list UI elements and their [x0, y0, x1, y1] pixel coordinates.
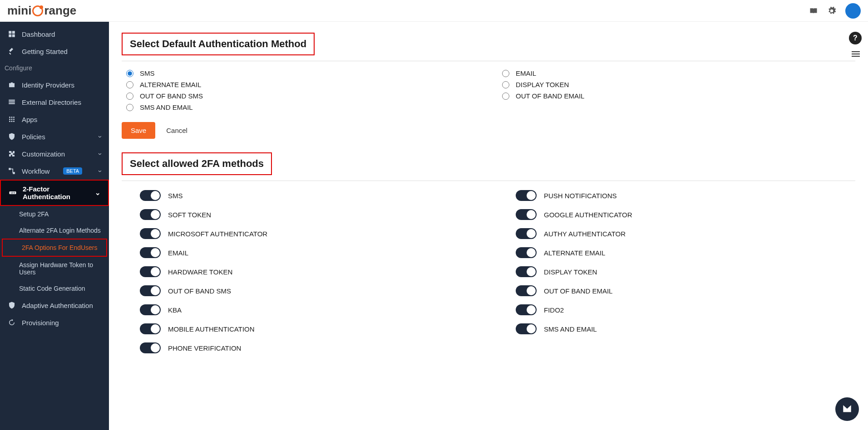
- sidebar-item-2fa[interactable]: 123 2-Factor Authentication ⌄: [0, 180, 109, 206]
- sidebar-item-label: Adaptive Authentication: [22, 302, 93, 309]
- toggle-switch[interactable]: [140, 342, 161, 353]
- radio-option: EMAIL: [498, 69, 855, 77]
- radio-input[interactable]: [126, 70, 133, 77]
- sidebar-item-dashboard[interactable]: Dashboard: [0, 25, 109, 43]
- toggle-label: HARDWARE TOKEN: [168, 268, 232, 276]
- toggle-option: PHONE VERIFICATION: [140, 342, 479, 353]
- toggle-option: OUT OF BAND EMAIL: [516, 285, 855, 296]
- sidebar-item-provisioning[interactable]: Provisioning: [0, 314, 109, 331]
- svg-point-9: [13, 117, 15, 118]
- sidebar-sub-static[interactable]: Static Code Generation: [0, 280, 109, 297]
- radio-label[interactable]: DISPLAY TOKEN: [516, 81, 569, 88]
- dashboard-icon: [7, 30, 16, 38]
- help-button[interactable]: ?: [849, 32, 862, 44]
- toggle-option: FIDO2: [516, 304, 855, 315]
- toggle-switch[interactable]: [140, 228, 161, 239]
- toggle-switch[interactable]: [516, 304, 537, 315]
- section-title-default-auth: Select Default Authentication Method: [122, 33, 315, 55]
- header: mini range: [0, 0, 868, 22]
- toggle-switch[interactable]: [516, 285, 537, 296]
- shield-check-icon: [7, 301, 16, 309]
- book-icon[interactable]: [809, 6, 818, 15]
- radio-input[interactable]: [502, 81, 509, 88]
- radio-label[interactable]: SMS AND EMAIL: [140, 103, 193, 111]
- sidebar-sub-hardware[interactable]: Assign Hardware Token to Users: [0, 257, 109, 280]
- svg-text:123: 123: [10, 191, 15, 194]
- toggle-label: EMAIL: [168, 249, 188, 257]
- toggle-switch[interactable]: [140, 304, 161, 315]
- toggle-label: OUT OF BAND SMS: [168, 287, 231, 295]
- radio-option: DISPLAY TOKEN: [498, 81, 855, 88]
- toggle-switch[interactable]: [516, 209, 537, 220]
- sidebar-item-workflow[interactable]: Workflow BETA ›: [0, 162, 109, 180]
- toggle-switch[interactable]: [140, 190, 161, 201]
- svg-point-14: [11, 121, 13, 122]
- toggle-switch[interactable]: [140, 285, 161, 296]
- gear-icon[interactable]: [827, 6, 836, 15]
- toggle-switch[interactable]: [516, 190, 537, 201]
- radio-label[interactable]: OUT OF BAND EMAIL: [516, 92, 584, 100]
- mail-icon: [841, 403, 853, 415]
- toggle-label: PHONE VERIFICATION: [168, 344, 241, 352]
- toggle-option: DISPLAY TOKEN: [516, 266, 855, 277]
- sidebar-sub-alternate[interactable]: Alternate 2FA Login Methods: [0, 222, 109, 239]
- sidebar-item-customization[interactable]: Customization ›: [0, 145, 109, 162]
- radio-option: OUT OF BAND EMAIL: [498, 92, 855, 100]
- side-menu-toggle[interactable]: [852, 50, 860, 58]
- button-row: Save Cancel: [122, 122, 855, 139]
- chevron-right-icon: ›: [97, 153, 104, 155]
- chevron-right-icon: ›: [97, 136, 104, 138]
- svg-rect-0: [9, 31, 11, 34]
- radio-input[interactable]: [126, 104, 133, 111]
- radio-label[interactable]: OUT OF BAND SMS: [140, 92, 203, 100]
- toggle-switch[interactable]: [140, 209, 161, 220]
- radio-input[interactable]: [126, 93, 133, 100]
- radio-grid: SMSALTERNATE EMAILOUT OF BAND SMSSMS AND…: [122, 69, 855, 111]
- sidebar-item-label: External Directories: [22, 98, 81, 106]
- chat-button[interactable]: [835, 397, 859, 421]
- logo[interactable]: mini range: [7, 4, 76, 18]
- toggle-option: OUT OF BAND SMS: [140, 285, 479, 296]
- beta-badge: BETA: [63, 167, 82, 175]
- svg-point-12: [13, 119, 15, 120]
- radio-label[interactable]: EMAIL: [516, 69, 536, 77]
- toggle-switch[interactable]: [140, 266, 161, 277]
- sidebar-sub-endusers[interactable]: 2FA Options For EndUsers: [2, 239, 107, 257]
- sidebar-sub-setup-2fa[interactable]: Setup 2FA: [0, 206, 109, 222]
- toggle-switch[interactable]: [516, 323, 537, 334]
- toggle-switch[interactable]: [140, 247, 161, 258]
- svg-point-10: [9, 119, 10, 120]
- apps-icon: [7, 115, 16, 123]
- sidebar-item-identity-providers[interactable]: Identity Providers: [0, 76, 109, 93]
- toggle-label: FIDO2: [544, 306, 564, 314]
- svg-point-11: [11, 119, 13, 120]
- toggle-label: SMS AND EMAIL: [544, 325, 597, 333]
- puzzle-icon: [7, 150, 16, 158]
- svg-rect-5: [9, 102, 15, 103]
- avatar[interactable]: [845, 3, 861, 19]
- cancel-button[interactable]: Cancel: [166, 127, 187, 134]
- toggle-label: SOFT TOKEN: [168, 211, 211, 219]
- sidebar-item-external-directories[interactable]: External Directories: [0, 93, 109, 111]
- flow-icon: [7, 167, 16, 175]
- key-icon: 123: [8, 189, 17, 197]
- sidebar-item-label: Customization: [22, 150, 65, 158]
- toggle-switch[interactable]: [516, 228, 537, 239]
- radio-input[interactable]: [502, 93, 509, 100]
- svg-point-15: [13, 121, 15, 122]
- toggle-switch[interactable]: [140, 323, 161, 334]
- radio-label[interactable]: ALTERNATE EMAIL: [140, 81, 201, 88]
- radio-label[interactable]: SMS: [140, 69, 155, 77]
- sidebar-item-adaptive-auth[interactable]: Adaptive Authentication: [0, 297, 109, 314]
- save-button[interactable]: Save: [122, 122, 155, 139]
- sidebar-section-configure: Configure: [0, 60, 109, 76]
- divider: [122, 61, 855, 61]
- sidebar-item-apps[interactable]: Apps: [0, 111, 109, 128]
- toggle-switch[interactable]: [516, 247, 537, 258]
- sidebar-item-policies[interactable]: Policies ›: [0, 128, 109, 145]
- toggle-switch[interactable]: [516, 266, 537, 277]
- radio-input[interactable]: [126, 81, 133, 88]
- sidebar-item-getting-started[interactable]: Getting Started: [0, 43, 109, 60]
- radio-option: OUT OF BAND SMS: [122, 92, 479, 100]
- radio-input[interactable]: [502, 70, 509, 77]
